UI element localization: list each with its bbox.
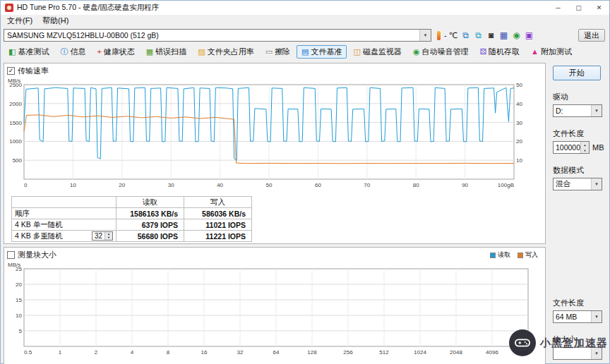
svg-text:2000: 2000: [9, 101, 22, 107]
block-size-checkbox-label: 测量块大小: [18, 250, 56, 260]
chevron-down-icon: ▼: [419, 30, 431, 41]
transfer-rate-chart: 0102030405060708090100gB5001010002015003…: [7, 76, 538, 192]
chevron-down-icon: ▼: [591, 105, 602, 116]
copy-icon[interactable]: ⧉: [460, 30, 471, 41]
content-area: ✓ 传输速率 0102030405060708090100gB500101000…: [1, 60, 609, 364]
multi-random-count-input[interactable]: 32▲▼: [92, 231, 113, 241]
legend-label: 写入: [525, 250, 538, 260]
tab-disk-monitor[interactable]: ◫磁盘监视器: [348, 45, 406, 59]
svg-text:20: 20: [16, 281, 22, 288]
tab-label: 基准测试: [18, 47, 49, 57]
camera-icon[interactable]: ◙: [486, 30, 496, 41]
chevron-down-icon: ▼: [591, 311, 602, 322]
data-mode-select[interactable]: 混合 ▼: [553, 178, 602, 190]
start-button[interactable]: 开始: [553, 66, 601, 80]
extra-tests-icon: ▲: [531, 48, 539, 56]
svg-text:40: 40: [516, 101, 522, 107]
file-length-value: 100000: [554, 142, 580, 153]
transfer-rate-checkbox-label: 传输速率: [18, 66, 49, 76]
menu-help[interactable]: 帮助(H): [37, 16, 73, 26]
svg-text:4: 4: [131, 349, 134, 356]
results-col-read: 读取: [116, 197, 184, 208]
svg-text:80: 80: [413, 182, 419, 188]
charts-column: ✓ 传输速率 0102030405060708090100gB500101000…: [1, 60, 546, 364]
legend-swatch: [518, 253, 523, 258]
svg-text:1: 1: [59, 349, 62, 356]
exit-button[interactable]: 退出: [578, 29, 605, 42]
transfer-rate-panel: ✓ 传输速率 0102030405060708090100gB500101000…: [4, 63, 546, 244]
spin-down-icon[interactable]: ▼: [581, 147, 589, 153]
file-length-input[interactable]: 100000 ▲▼: [553, 141, 590, 154]
maximize-button[interactable]: ▢: [568, 1, 589, 15]
svg-text:128: 128: [307, 349, 317, 356]
chevron-down-icon: ▼: [591, 178, 602, 190]
random-access-icon: ⚄: [479, 48, 486, 56]
spin-up-icon[interactable]: ▲: [581, 142, 589, 147]
row-label: 4 KB 单一随机: [15, 220, 63, 230]
tab-aam[interactable]: ◉自动噪音管理: [408, 45, 474, 59]
monitor-led-icon[interactable]: ◉: [511, 30, 522, 41]
table-row: 4 KB 多重随机32▲▼56680 IOPS11221 IOPS: [12, 231, 252, 242]
tab-label: 磁盘监视器: [363, 47, 402, 57]
svg-text:2: 2: [95, 349, 98, 356]
thermometer-icon: [437, 31, 441, 40]
tab-extra-tests[interactable]: ▲附加测试: [526, 45, 577, 59]
svg-text:100gB: 100gB: [498, 182, 514, 188]
window-controls: ─ ▢ ✕: [548, 1, 609, 15]
app-icon: [5, 4, 13, 12]
temperature-readout: - ℃: [444, 31, 458, 40]
tab-label: 信息: [70, 47, 85, 57]
tab-random-access[interactable]: ⚄随机存取: [474, 45, 525, 59]
tab-error-scan[interactable]: ▦错误扫描: [141, 45, 191, 59]
tab-file-benchmark[interactable]: ▤文件基准: [297, 45, 347, 59]
save-icon[interactable]: ▦: [498, 30, 509, 41]
svg-text:20: 20: [119, 182, 125, 188]
gamepad-icon: [509, 329, 536, 356]
read-value: 56680 IOPS: [116, 231, 184, 242]
svg-text:256: 256: [343, 349, 353, 356]
svg-text:20: 20: [516, 138, 522, 145]
svg-text:MB/s: MB/s: [8, 262, 20, 268]
svg-text:10: 10: [16, 313, 22, 319]
results-table-body: 顺序1586163 KB/s586036 KB/s4 KB 单一随机6379 I…: [12, 208, 252, 242]
block-file-length-value: 64 MB: [554, 313, 591, 321]
app-window: HD Tune Pro 5.70 - 硬盘/固态硬盘实用程序 ─ ▢ ✕ 文件(…: [0, 0, 610, 364]
tab-health[interactable]: +健康状态: [92, 45, 139, 59]
svg-text:10: 10: [70, 182, 76, 188]
tab-info[interactable]: Ⓘ信息: [55, 45, 90, 59]
block-file-length-select[interactable]: 64 MB ▼: [553, 310, 602, 323]
health-icon: +: [97, 48, 101, 56]
svg-text:50: 50: [266, 182, 273, 188]
svg-text:512: 512: [379, 349, 389, 356]
tab-folder-usage[interactable]: ▨文件夹占用率: [193, 45, 258, 59]
report-icon[interactable]: ⧉: [473, 30, 484, 41]
options-icon[interactable]: ▣: [524, 30, 534, 41]
menu-file[interactable]: 文件(F): [2, 16, 37, 26]
close-button[interactable]: ✕: [589, 1, 609, 15]
legend-item: 读取: [490, 250, 510, 260]
svg-text:500: 500: [13, 157, 23, 164]
tab-bar: ◧基准测试Ⓘ信息+健康状态▦错误扫描▨文件夹占用率▭擦除▤文件基准◫磁盘监视器◉…: [1, 44, 609, 60]
svg-text:1500: 1500: [9, 120, 22, 126]
drive-combobox[interactable]: SAMSUNG MZVLQ512HBLU-00B00 (512 gB) ▼: [4, 29, 431, 42]
svg-text:1000: 1000: [9, 138, 22, 145]
toolbar-icon-group: ⧉⧉◙▦◉▣: [460, 30, 534, 41]
svg-text:50: 50: [516, 82, 522, 88]
aam-icon: ◉: [413, 48, 420, 56]
svg-text:60: 60: [315, 182, 321, 188]
transfer-rate-checkbox[interactable]: ✓: [7, 67, 15, 75]
tab-label: 文件夹占用率: [208, 47, 254, 57]
tab-label: 健康状态: [104, 47, 135, 57]
read-value: 1586163 KB/s: [116, 208, 184, 219]
svg-text:10: 10: [516, 157, 522, 164]
minimize-button[interactable]: ─: [548, 1, 568, 15]
file-benchmark-icon: ▤: [301, 48, 309, 56]
heybox-watermark: 小黑盒加速器: [509, 329, 608, 356]
block-size-checkbox[interactable]: [7, 251, 15, 259]
svg-text:70: 70: [364, 182, 370, 188]
drive-select[interactable]: D: ▼: [553, 104, 602, 117]
tab-erase[interactable]: ▭擦除: [261, 45, 295, 59]
tab-benchmark[interactable]: ◧基准测试: [4, 45, 54, 59]
menu-bar: 文件(F) 帮助(H): [1, 15, 609, 27]
spinner-arrows[interactable]: ▲▼: [580, 142, 589, 153]
